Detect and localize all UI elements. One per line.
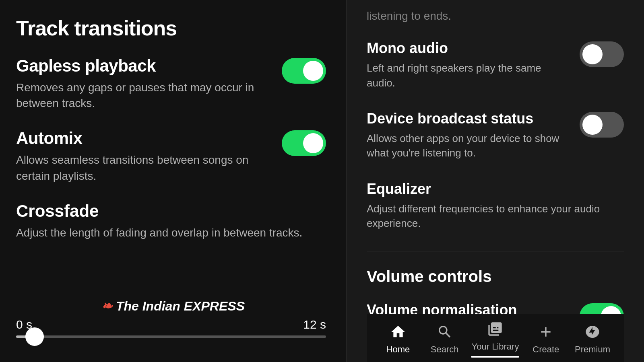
nav-your-library[interactable]: Your Library (471, 319, 519, 358)
device-broadcast-desc: Allows other apps on your device to show… (367, 131, 568, 160)
track-transitions-title: Track transitions (16, 16, 326, 40)
equalizer-title: Equalizer (367, 181, 612, 197)
nav-premium[interactable]: Premium (572, 322, 613, 355)
gapless-playback-setting: Gapless playback Removes any gaps or pau… (16, 56, 326, 111)
crossfade-slider-track[interactable] (16, 335, 326, 338)
watermark-bold: EXPRESS (184, 299, 245, 313)
slider-max-label: 12 s (303, 318, 326, 331)
nav-search-label: Search (431, 344, 459, 355)
gapless-playback-knob (303, 61, 323, 81)
mono-audio-setting: Mono audio Left and right speakers play … (367, 40, 624, 90)
volume-normalisation-knob (601, 306, 621, 314)
section-divider (367, 251, 624, 251)
mono-audio-knob (582, 44, 603, 64)
nav-home[interactable]: Home (378, 322, 418, 355)
nav-premium-label: Premium (575, 344, 610, 355)
gapless-playback-desc: Removes any gaps or pauses that may occu… (16, 80, 266, 111)
faded-top-text: listening to ends. (367, 8, 624, 24)
equalizer-setting[interactable]: Equalizer Adjust different frequencies t… (367, 181, 624, 231)
automix-knob (303, 133, 323, 153)
home-icon (388, 322, 408, 342)
crossfade-slider-thumb[interactable] (25, 327, 44, 346)
crossfade-section: Crossfade Adjust the length of fading an… (16, 202, 326, 241)
automix-setting: Automix Allows seamless transitions betw… (16, 129, 326, 183)
nav-create[interactable]: Create (526, 322, 566, 355)
automix-desc: Allows seamless transitions between song… (16, 152, 266, 183)
nav-search[interactable]: Search (425, 322, 465, 355)
volume-normalisation-title: Volume normalisation (367, 302, 568, 314)
left-panel: Track transitions Gapless playback Remov… (0, 0, 346, 362)
volume-normalisation-setting: Volume normalisation Sets the same loudn… (367, 302, 624, 314)
gapless-playback-title: Gapless playback (16, 56, 266, 76)
right-panel: listening to ends. Mono audio Left and r… (346, 0, 644, 362)
equalizer-desc: Adjust different frequencies to enhance … (367, 202, 612, 231)
main-container: Track transitions Gapless playback Remov… (0, 0, 644, 362)
your-library-icon (485, 319, 505, 339)
device-broadcast-setting: Device broadcast status Allows other app… (367, 110, 624, 160)
gapless-playback-toggle[interactable] (282, 58, 326, 84)
crossfade-desc: Adjust the length of fading and overlap … (16, 225, 326, 241)
device-broadcast-toggle[interactable] (580, 112, 624, 138)
watermark: ❧ The Indian EXPRESS (101, 298, 245, 314)
crossfade-title: Crossfade (16, 202, 326, 221)
automix-title: Automix (16, 129, 266, 148)
mono-audio-title: Mono audio (367, 40, 568, 57)
nav-create-label: Create (533, 344, 559, 355)
search-icon (435, 322, 455, 342)
volume-controls-title: Volume controls (367, 267, 624, 286)
bottom-nav: Home Search Your Library (367, 314, 624, 362)
device-broadcast-knob (582, 115, 603, 135)
premium-icon (582, 322, 603, 342)
nav-home-label: Home (386, 344, 410, 355)
create-icon (536, 322, 556, 342)
right-content: listening to ends. Mono audio Left and r… (367, 0, 624, 314)
watermark-accent: ❧ (101, 299, 112, 313)
watermark-italic: The Indian (116, 299, 184, 313)
nav-your-library-label: Your Library (472, 341, 519, 352)
crossfade-slider-container: 0 s 12 s (16, 318, 326, 338)
automix-toggle[interactable] (282, 130, 326, 156)
nav-indicator (471, 356, 519, 358)
device-broadcast-title: Device broadcast status (367, 110, 568, 127)
mono-audio-toggle[interactable] (580, 41, 624, 67)
volume-normalisation-toggle[interactable] (580, 303, 624, 314)
mono-audio-desc: Left and right speakers play the same au… (367, 61, 568, 90)
